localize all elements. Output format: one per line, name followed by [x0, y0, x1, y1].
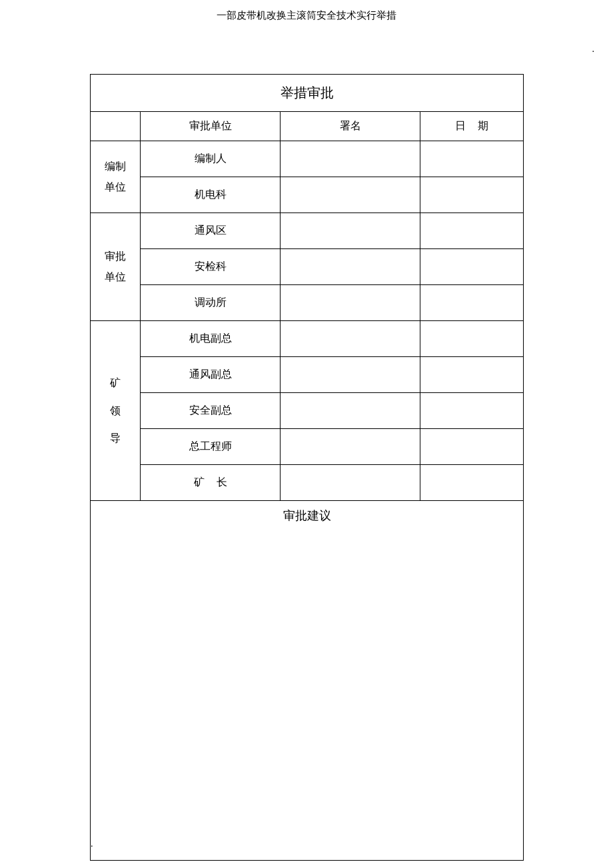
- unit-cell: 编制人: [141, 141, 281, 177]
- table-row: 机电科: [91, 177, 524, 213]
- suggestion-title: 审批建议: [283, 509, 331, 522]
- date-cell[interactable]: [420, 429, 524, 465]
- sign-cell[interactable]: [281, 357, 420, 393]
- header-sign: 署名: [281, 112, 420, 141]
- header-date: 日期: [420, 112, 524, 141]
- table-row: 矿 领 导 机电副总: [91, 321, 524, 357]
- table-row: 安全副总: [91, 393, 524, 429]
- date-cell[interactable]: [420, 249, 524, 285]
- unit-cell: 总工程师: [141, 429, 281, 465]
- table-row: 编制 单位 编制人: [91, 141, 524, 177]
- suggestion-cell[interactable]: 审批建议: [91, 501, 524, 861]
- sign-cell[interactable]: [281, 177, 420, 213]
- table-row: 矿长: [91, 465, 524, 501]
- unit-cell: 机电科: [141, 177, 281, 213]
- table-title: 举措审批: [91, 75, 524, 112]
- sign-cell[interactable]: [281, 141, 420, 177]
- unit-cell: 矿长: [141, 465, 281, 501]
- date-cell[interactable]: [420, 141, 524, 177]
- unit-cell: 通风区: [141, 213, 281, 249]
- table-row: 安检科: [91, 249, 524, 285]
- approval-table: 举措审批 审批单位 署名 日期 编制 单位 编制人 机电科 审批 单位: [90, 74, 524, 861]
- unit-cell: 安检科: [141, 249, 281, 285]
- header-unit: 审批单位: [141, 112, 281, 141]
- date-cell[interactable]: [420, 393, 524, 429]
- date-cell[interactable]: [420, 357, 524, 393]
- sign-cell[interactable]: [281, 429, 420, 465]
- table-row: 审批建议: [91, 501, 524, 861]
- sign-cell[interactable]: [281, 321, 420, 357]
- sign-cell[interactable]: [281, 285, 420, 321]
- date-cell[interactable]: [420, 177, 524, 213]
- table-row: 审批单位 署名 日期: [91, 112, 524, 141]
- table-row: 总工程师: [91, 429, 524, 465]
- sign-cell[interactable]: [281, 465, 420, 501]
- sign-cell[interactable]: [281, 249, 420, 285]
- unit-cell: 机电副总: [141, 321, 281, 357]
- corner-dot-bottom: .: [91, 839, 93, 849]
- header-blank: [91, 112, 141, 141]
- sign-cell[interactable]: [281, 393, 420, 429]
- unit-cell: 通风副总: [141, 357, 281, 393]
- table-row: 举措审批: [91, 75, 524, 112]
- table-row: 调动所: [91, 285, 524, 321]
- date-cell[interactable]: [420, 321, 524, 357]
- group-label-leaders: 矿 领 导: [91, 321, 141, 501]
- unit-cell: 安全副总: [141, 393, 281, 429]
- corner-dot-top: .: [592, 44, 595, 55]
- table-row: 通风副总: [91, 357, 524, 393]
- sign-cell[interactable]: [281, 213, 420, 249]
- date-cell[interactable]: [420, 465, 524, 501]
- group-label-compile: 编制 单位: [91, 141, 141, 213]
- table-row: 审批 单位 通风区: [91, 213, 524, 249]
- date-cell[interactable]: [420, 285, 524, 321]
- date-cell[interactable]: [420, 213, 524, 249]
- unit-cell: 调动所: [141, 285, 281, 321]
- group-label-approve: 审批 单位: [91, 213, 141, 321]
- page-title: 一部皮带机改换主滚筒安全技术实行举措: [0, 0, 613, 22]
